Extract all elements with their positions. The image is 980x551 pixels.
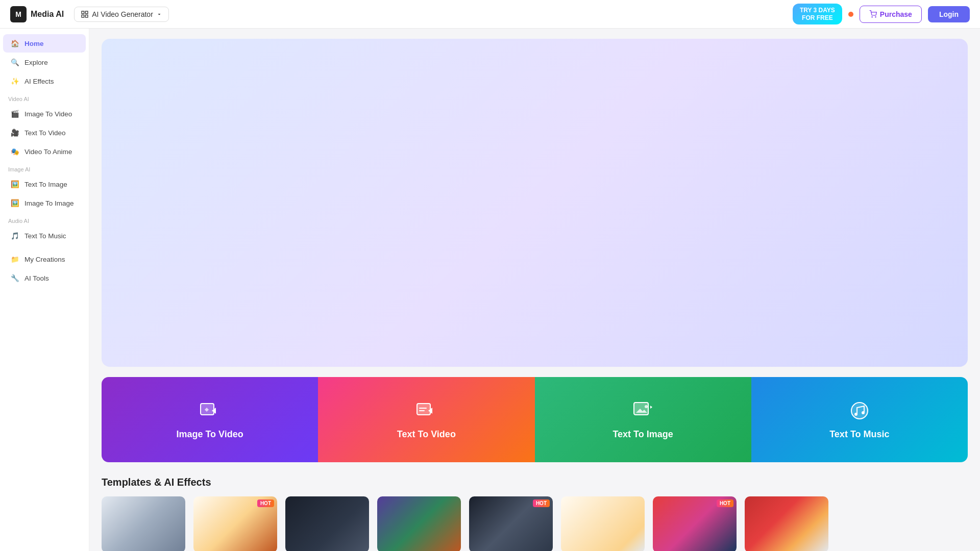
templates-section-title: Templates & AI Effects bbox=[102, 477, 968, 488]
sidebar-item-text-to-music[interactable]: 🎵 Text To Music bbox=[3, 227, 86, 245]
sidebar-item-explore[interactable]: 🔍 Explore bbox=[3, 53, 86, 71]
svg-point-4 bbox=[872, 17, 872, 17]
feature-card-image-to-video[interactable]: Image To Video bbox=[102, 377, 318, 462]
templates-grid: AI Hug HOT AI Kiss Batman Joker's Rebirt… bbox=[102, 496, 968, 551]
feature-cards: Image To Video Text To Video Tex bbox=[102, 377, 968, 462]
text-to-image-card-icon bbox=[632, 399, 654, 422]
header-right: TRY 3 DAYS FOR FREE Purchase Login bbox=[793, 4, 970, 24]
svg-rect-10 bbox=[634, 403, 648, 415]
sidebar-item-my-creations[interactable]: 📁 My Creations bbox=[3, 250, 86, 268]
template-thumb-ai-muscle: HOT bbox=[469, 496, 553, 551]
text-to-image-icon: 🖼️ bbox=[10, 180, 19, 189]
svg-rect-2 bbox=[82, 15, 84, 17]
hot-badge-ai-kiss: HOT bbox=[257, 499, 274, 507]
template-thumb-baby-face bbox=[561, 496, 645, 551]
template-thumb-ai-kiss: HOT bbox=[193, 496, 277, 551]
svg-rect-7 bbox=[417, 404, 430, 415]
feature-card-text-to-image[interactable]: Text To Image bbox=[535, 377, 751, 462]
ai-tools-icon: 🔧 bbox=[10, 273, 19, 283]
ai-effects-icon: ✨ bbox=[10, 77, 19, 86]
sidebar-item-text-to-image[interactable]: 🖼️ Text To Image bbox=[3, 175, 86, 193]
sidebar-item-video-to-anime[interactable]: 🎭 Video To Anime bbox=[3, 142, 86, 161]
image-ai-section-label: Image AI bbox=[0, 161, 89, 174]
feature-card-text-to-video[interactable]: Text To Video bbox=[318, 377, 534, 462]
purchase-button[interactable]: Purchase bbox=[860, 6, 922, 23]
notification-dot[interactable] bbox=[848, 12, 853, 17]
template-card-ai-muscle[interactable]: HOT AI Muscle Generator bbox=[469, 496, 553, 551]
svg-point-14 bbox=[862, 411, 865, 414]
my-creations-icon: 📁 bbox=[10, 255, 19, 264]
text-to-music-icon: 🎵 bbox=[10, 231, 19, 240]
chevron-down-icon bbox=[156, 11, 162, 17]
header: M Media AI AI Video Generator TRY 3 DAYS… bbox=[0, 0, 980, 29]
home-icon: 🏠 bbox=[10, 39, 19, 48]
logo[interactable]: M Media AI bbox=[10, 6, 64, 22]
audio-ai-section-label: Audio AI bbox=[0, 213, 89, 226]
sidebar-item-ai-effects[interactable]: ✨ AI Effects bbox=[3, 72, 86, 90]
sidebar-item-home[interactable]: 🏠 Home bbox=[3, 34, 86, 53]
template-card-chinese-new-year[interactable]: Chinese New Year bbox=[745, 496, 828, 551]
svg-rect-1 bbox=[86, 11, 88, 14]
svg-point-5 bbox=[875, 17, 876, 17]
template-thumb-chinese-new-year bbox=[745, 496, 828, 551]
image-to-video-card-icon bbox=[199, 399, 221, 422]
template-card-batman[interactable]: Batman bbox=[285, 496, 369, 551]
sidebar-item-ai-tools[interactable]: 🔧 AI Tools bbox=[3, 269, 86, 287]
hero-banner: Alive Art With cutting-edge AI animation… bbox=[102, 39, 968, 367]
login-button[interactable]: Login bbox=[928, 6, 970, 22]
feature-card-text-to-music-label: Text To Music bbox=[829, 429, 889, 440]
svg-point-11 bbox=[645, 405, 648, 408]
text-to-video-icon: 🎥 bbox=[10, 128, 19, 137]
video-ai-section-label: Video AI bbox=[0, 91, 89, 104]
main-content: Alive Art With cutting-edge AI animation… bbox=[89, 29, 980, 551]
logo-text: Media AI bbox=[31, 10, 64, 19]
svg-point-12 bbox=[851, 403, 868, 419]
text-to-video-card-icon bbox=[415, 399, 437, 422]
feature-card-image-to-video-label: Image To Video bbox=[176, 429, 243, 440]
image-to-image-icon: 🖼️ bbox=[10, 198, 19, 208]
try-3-days-badge[interactable]: TRY 3 DAYS FOR FREE bbox=[793, 4, 842, 24]
template-thumb-ai-hug bbox=[102, 496, 185, 551]
template-card-ai-hug[interactable]: AI Hug bbox=[102, 496, 185, 551]
main-layout: 🏠 Home 🔍 Explore ✨ AI Effects Video AI 🎬… bbox=[0, 29, 980, 551]
feature-card-text-to-image-label: Text To Image bbox=[612, 429, 673, 440]
template-card-hot-harley-quinn[interactable]: HOT Hot Harley Quinn bbox=[653, 496, 737, 551]
sidebar-item-image-to-image[interactable]: 🖼️ Image To Image bbox=[3, 194, 86, 212]
template-card-jokers-rebirth[interactable]: Joker's Rebirth bbox=[377, 496, 461, 551]
template-thumb-batman bbox=[285, 496, 369, 551]
template-thumb-jokers-rebirth bbox=[377, 496, 461, 551]
grid-icon bbox=[81, 10, 89, 18]
explore-icon: 🔍 bbox=[10, 58, 19, 67]
template-card-ai-kiss[interactable]: HOT AI Kiss bbox=[193, 496, 277, 551]
shopping-cart-icon bbox=[869, 10, 877, 18]
text-to-music-card-icon bbox=[848, 399, 871, 422]
image-to-video-icon: 🎬 bbox=[10, 109, 19, 118]
video-to-anime-icon: 🎭 bbox=[10, 147, 19, 156]
svg-rect-3 bbox=[86, 15, 88, 17]
hot-badge-harley-quinn: HOT bbox=[717, 499, 733, 507]
logo-icon: M bbox=[10, 6, 27, 22]
template-thumb-hot-harley-quinn: HOT bbox=[653, 496, 737, 551]
svg-point-13 bbox=[854, 413, 857, 416]
feature-card-text-to-video-label: Text To Video bbox=[397, 429, 456, 440]
hot-badge-ai-muscle: HOT bbox=[533, 499, 550, 507]
sidebar-item-image-to-video[interactable]: 🎬 Image To Video bbox=[3, 105, 86, 123]
template-card-baby-face[interactable]: Baby Face bbox=[561, 496, 645, 551]
ai-video-generator-nav[interactable]: AI Video Generator bbox=[74, 7, 169, 22]
sidebar: 🏠 Home 🔍 Explore ✨ AI Effects Video AI 🎬… bbox=[0, 29, 89, 551]
feature-card-text-to-music[interactable]: Text To Music bbox=[751, 377, 968, 462]
sidebar-item-text-to-video[interactable]: 🎥 Text To Video bbox=[3, 123, 86, 142]
svg-rect-0 bbox=[82, 11, 84, 14]
